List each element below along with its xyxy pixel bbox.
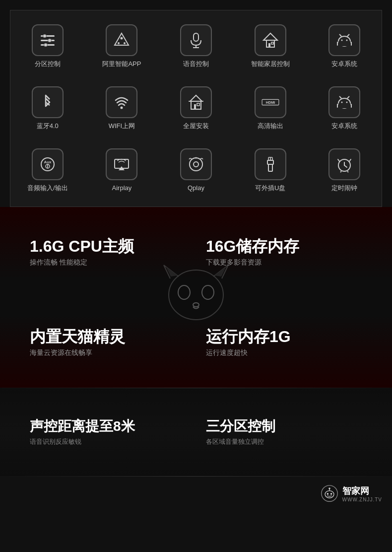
- alarm-icon-box: [328, 148, 360, 180]
- svg-point-51: [195, 157, 196, 158]
- svg-rect-10: [194, 33, 198, 41]
- home-icon: [261, 31, 279, 49]
- aux-icon-box: Aux: [32, 148, 64, 180]
- ali-icon: [113, 31, 131, 49]
- grid-row-1: 分区控制 阿里智能APP 语音控: [10, 15, 382, 77]
- android-2-label: 安卓系统: [331, 122, 357, 131]
- specs-section: 1.6G CPU主频 操作流畅 性能稳定 16G储存内存 下载更多影音资源 内置…: [0, 207, 392, 388]
- svg-line-62: [347, 171, 348, 172]
- grid-item-bluetooth: 蓝牙4.0: [13, 82, 82, 135]
- android-2-icon-box: [328, 86, 360, 118]
- aux-label: 音频输入/输出: [27, 184, 68, 193]
- grid-item-ali-app: 阿里智能APP: [87, 20, 156, 72]
- svg-point-49: [190, 158, 202, 171]
- bluetooth-label: 蓝牙4.0: [37, 122, 59, 131]
- grid-item-wifi: WIFI上网: [87, 82, 156, 135]
- svg-marker-13: [263, 33, 277, 40]
- spec-cpu: 1.6G CPU主频 操作流畅 性能稳定: [20, 227, 196, 277]
- feature-voice-distance: 声控距离提至8米 语音识别反应敏锐: [20, 408, 196, 457]
- airplay-icon-box: [106, 148, 137, 180]
- svg-point-70: [330, 493, 332, 495]
- smart-home-icon-box: [255, 24, 286, 56]
- svg-rect-16: [271, 42, 273, 44]
- svg-point-7: [121, 37, 123, 40]
- smart-home-label: 智能家居控制: [251, 60, 290, 69]
- feature-zone-control-sub: 各区域音量独立调控: [206, 437, 367, 446]
- qplay-icon: [187, 155, 205, 173]
- qplay-label: Qplay: [188, 184, 204, 193]
- svg-point-8: [118, 42, 120, 44]
- logo-container: 智家网 WWW.ZNJJ.TV: [321, 484, 382, 502]
- grid-item-smart-home: 智能家居控制: [236, 20, 305, 72]
- android2-icon: [335, 93, 353, 111]
- aux-icon: Aux: [39, 155, 57, 173]
- alarm-icon: [335, 155, 353, 173]
- logo-icon: [321, 484, 338, 502]
- usb-icon-box: [255, 148, 286, 180]
- spec-storage-sub: 下载更多影音资源: [206, 258, 367, 268]
- grid-row-3: Aux 音频输入/输出 Airplay: [10, 139, 382, 202]
- android-1-label: 安卓系统: [331, 60, 357, 69]
- spec-ram-main: 运行内存1G: [206, 327, 367, 346]
- svg-point-5: [44, 43, 47, 47]
- svg-point-20: [341, 40, 343, 41]
- wifi-icon-box: [106, 86, 137, 118]
- grid-item-airplay: Airplay: [87, 144, 156, 197]
- logo-section: 智家网 WWW.ZNJJ.TV: [0, 477, 392, 510]
- svg-point-1: [43, 34, 46, 38]
- svg-rect-36: [339, 103, 349, 107]
- alarm-label: 定时闹钟: [331, 184, 357, 193]
- grid-item-zone-control: 分区控制: [13, 20, 82, 72]
- svg-point-37: [341, 101, 343, 103]
- android-1-icon-box: [328, 24, 360, 56]
- svg-marker-27: [190, 95, 202, 101]
- grid-row-2: 蓝牙4.0 WIFI上网: [10, 77, 382, 139]
- feature-zone-control-main: 三分区控制: [206, 418, 367, 435]
- svg-point-68: [325, 491, 334, 498]
- spec-cpu-main: 1.6G CPU主频: [30, 237, 191, 256]
- hdmi-label: 高清输出: [258, 122, 283, 131]
- svg-rect-15: [268, 43, 270, 47]
- features-bottom-grid: 声控距离提至8米 语音识别反应敏锐 三分区控制 各区域音量独立调控: [20, 408, 372, 457]
- spec-ram-sub: 运行速度超快: [206, 348, 367, 358]
- svg-line-23: [347, 34, 349, 36]
- svg-point-9: [124, 42, 126, 44]
- spec-tmall: 内置天猫精灵 海量云资源在线畅享: [20, 317, 196, 368]
- feature-voice-distance-main: 声控距离提至8米: [30, 418, 191, 435]
- specs-grid: 1.6G CPU主频 操作流畅 性能稳定 16G储存内存 下载更多影音资源 内置…: [20, 227, 372, 368]
- grid-item-android-1: 安卓系统: [310, 20, 379, 72]
- usb-label: 可外插U盘: [255, 184, 285, 193]
- svg-point-69: [327, 493, 328, 495]
- feature-voice-distance-sub: 语音识别反应敏锐: [30, 437, 191, 446]
- qplay-icon-box: [180, 148, 212, 180]
- spec-storage: 16G储存内存 下载更多影音资源: [196, 227, 372, 277]
- grid-item-qplay: Qplay: [161, 144, 231, 197]
- sliders-icon: [39, 31, 57, 49]
- hdmi-icon-box: HDMI: [255, 86, 286, 118]
- svg-rect-29: [194, 104, 196, 109]
- svg-rect-54: [268, 164, 272, 171]
- svg-line-40: [347, 96, 349, 98]
- ali-app-icon-box: [106, 24, 137, 56]
- svg-line-58: [344, 165, 347, 167]
- svg-point-21: [346, 40, 348, 41]
- grid-item-aux: Aux 音频输入/输出: [13, 144, 82, 197]
- mic-icon: [187, 31, 205, 49]
- bluetooth-icon: [39, 93, 57, 111]
- hdmi-icon: HDMI: [261, 93, 279, 111]
- full-install-label: 全屋安装: [183, 122, 209, 131]
- voice-control-icon-box: [180, 24, 212, 56]
- grid-item-usb: 可外插U盘: [236, 144, 305, 197]
- grid-item-alarm: 定时闹钟: [310, 144, 379, 197]
- home2-icon: [187, 93, 205, 111]
- svg-point-3: [48, 39, 51, 42]
- ali-app-label: 阿里智能APP: [102, 60, 141, 69]
- svg-rect-30: [197, 103, 199, 106]
- svg-point-26: [121, 106, 123, 109]
- grid-item-android-2: 安卓系统: [310, 82, 379, 135]
- svg-point-38: [346, 101, 348, 103]
- voice-control-label: 语音控制: [183, 60, 209, 69]
- grid-item-hdmi: HDMI 高清输出: [236, 82, 305, 135]
- spec-ram: 运行内存1G 运行速度超快: [196, 317, 372, 368]
- zone-control-label: 分区控制: [35, 60, 61, 69]
